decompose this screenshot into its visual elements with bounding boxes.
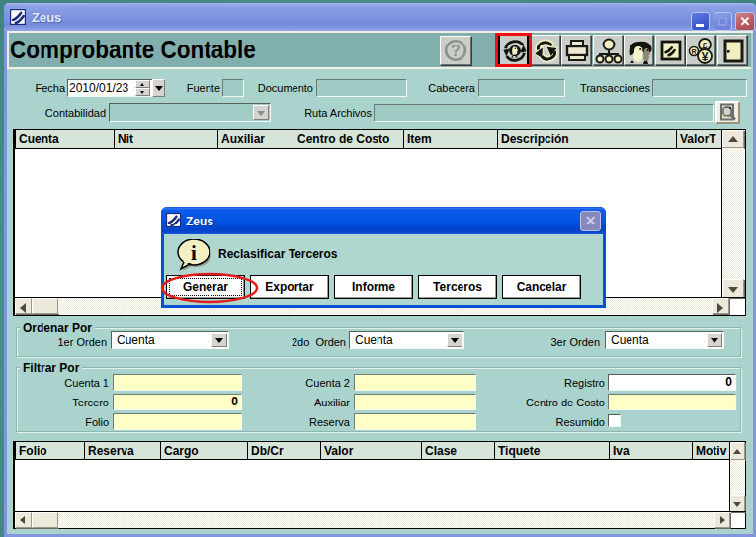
svg-text:R: R [691,48,696,55]
svg-text:?: ? [451,43,461,59]
svg-text:¥: ¥ [702,50,709,64]
svg-text:i: i [191,241,197,265]
